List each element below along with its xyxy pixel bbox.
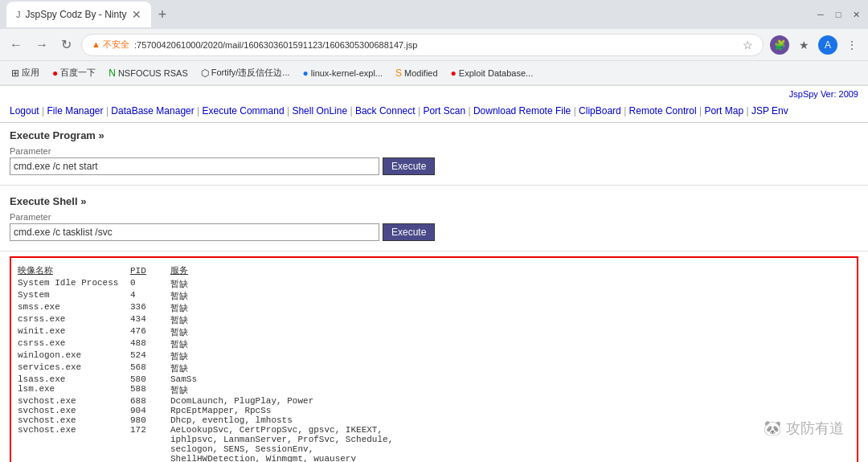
address-text: :7570042061000/2020/mail/160630360159112…	[134, 40, 738, 50]
table-row: smss.exe 336 暂缺	[18, 302, 850, 314]
github-icon: ⬡	[201, 67, 209, 79]
table-row: winlogon.exe 524 暂缺	[18, 350, 850, 362]
header-svc: 服务	[170, 264, 850, 278]
nav-download-remote[interactable]: Download Remote File	[473, 105, 571, 117]
cell-pid: 688	[130, 396, 170, 406]
table-row: svchost.exe 688 DcomLaunch, PlugPlay, Po…	[18, 396, 850, 406]
cell-svc: Dhcp, eventlog, lmhosts	[170, 415, 850, 425]
nav-port-scan[interactable]: Port Scan	[423, 105, 465, 117]
extensions-icon[interactable]: 🧩	[770, 35, 789, 55]
active-tab[interactable]: J JspSpy Codz By - Ninty ✕	[6, 2, 151, 27]
bookmark-exploit[interactable]: ● Exploit Database...	[446, 66, 538, 80]
page-nav-links: Logout | File Manager | DataBase Manager…	[0, 100, 868, 123]
cell-pid: 568	[130, 362, 170, 374]
execute-shell-param-label: Parameter	[10, 212, 858, 222]
nav-back-connect[interactable]: Back Connect	[355, 105, 416, 117]
menu-icon[interactable]: ⋮	[842, 35, 862, 55]
browser-chrome: J JspSpy Codz By - Ninty ✕ + ─ □ ✕ ← → ↻…	[0, 0, 868, 86]
cell-name: svchost.exe	[18, 396, 130, 406]
cell-name: System	[18, 290, 130, 302]
execute-program-input[interactable]	[10, 157, 379, 175]
tab-close-button[interactable]: ✕	[132, 8, 141, 21]
table-header-row: 映像名称 PID 服务	[18, 264, 850, 278]
nav-database-manager[interactable]: DataBase Manager	[111, 105, 194, 117]
cell-svc: 暂缺	[170, 350, 850, 362]
baidu-icon: ●	[52, 67, 58, 79]
exploit-icon: ●	[451, 67, 457, 79]
table-row: svchost.exe 172 AeLookupSvc, CertPropSvc…	[18, 425, 850, 462]
results-table: 映像名称 PID 服务 System Idle Process 0 暂缺 Sys…	[18, 264, 850, 462]
profile-icon[interactable]: A	[818, 35, 837, 55]
table-row: System 4 暂缺	[18, 290, 850, 302]
cell-svc: 暂缺	[170, 290, 850, 302]
cell-svc: 暂缺	[170, 314, 850, 326]
bookmark-modified[interactable]: S Modified	[391, 66, 443, 80]
address-bar[interactable]: ▲ 不安全 :7570042061000/2020/mail/160630360…	[81, 34, 764, 56]
table-row: csrss.exe 434 暂缺	[18, 314, 850, 326]
cell-name: svchost.exe	[18, 415, 130, 425]
cell-name: smss.exe	[18, 302, 130, 314]
execute-program-button[interactable]: Execute	[383, 157, 435, 175]
forward-button[interactable]: →	[32, 35, 51, 55]
close-button[interactable]: ✕	[850, 9, 862, 20]
nsfocus-icon: N	[108, 67, 116, 79]
cell-name: winit.exe	[18, 326, 130, 338]
bookmark-fortify-label: Fortify/违反信任边...	[211, 67, 290, 79]
cell-svc: 暂缺	[170, 326, 850, 338]
nav-logout[interactable]: Logout	[10, 105, 39, 117]
execute-program-param-label: Parameter	[10, 146, 858, 156]
execute-shell-input[interactable]	[10, 223, 379, 241]
watermark-text: 攻防有道	[786, 419, 844, 438]
window-controls: ─ □ ✕	[815, 9, 862, 20]
version-link[interactable]: JspSpy Ver: 2009	[789, 89, 858, 99]
nav-jsp-env[interactable]: JSP Env	[751, 105, 788, 117]
cell-svc: DcomLaunch, PlugPlay, Power	[170, 396, 850, 406]
bookmark-exploit-label: Exploit Database...	[459, 68, 533, 78]
cell-pid: 476	[130, 326, 170, 338]
version-link-area: JspSpy Ver: 2009	[0, 86, 868, 100]
tab-favicon: J	[16, 10, 21, 19]
execute-program-section: Execute Program » Parameter Execute	[0, 123, 868, 182]
cell-svc: 暂缺	[170, 384, 850, 396]
nav-shell-online[interactable]: Shell OnLine	[292, 105, 347, 117]
cell-name: System Idle Process	[18, 278, 130, 290]
execute-shell-section: Execute Shell » Parameter Execute	[0, 189, 868, 247]
cell-name: svchost.exe	[18, 406, 130, 415]
bookmark-icon[interactable]: ★	[794, 35, 813, 55]
table-row: services.exe 568 暂缺	[18, 362, 850, 374]
bookmark-apps-label: 应用	[22, 67, 39, 79]
tab-bar: J JspSpy Codz By - Ninty ✕ + ─ □ ✕	[0, 0, 868, 29]
back-button[interactable]: ←	[6, 35, 26, 55]
bookmark-nsfocus[interactable]: N NSFOCUS RSAS	[104, 66, 192, 80]
nav-bar: ← → ↻ ▲ 不安全 :7570042061000/2020/mail/160…	[0, 29, 868, 61]
cell-svc: RpcEptMapper, RpcSs	[170, 406, 850, 415]
new-tab-button[interactable]: +	[151, 3, 174, 26]
cell-name: csrss.exe	[18, 314, 130, 326]
bookmark-fortify[interactable]: ⬡ Fortify/违反信任边...	[196, 65, 295, 80]
nav-remote-control[interactable]: Remote Control	[629, 105, 697, 117]
bookmark-linux[interactable]: ● linux-kernel-expl...	[298, 66, 388, 80]
nav-file-manager[interactable]: File Manager	[47, 105, 104, 117]
nav-clipboard[interactable]: ClipBoard	[579, 105, 621, 117]
table-row: lsm.exe 588 暂缺	[18, 384, 850, 396]
cell-name: services.exe	[18, 362, 130, 374]
linux-icon: ●	[303, 67, 309, 79]
cell-svc: 暂缺	[170, 338, 850, 350]
star-icon[interactable]: ☆	[743, 39, 753, 51]
watermark: 🐼 攻防有道	[764, 419, 844, 438]
bookmark-apps[interactable]: ⊞ 应用	[6, 65, 44, 80]
cell-pid: 980	[130, 415, 170, 425]
bookmark-linux-label: linux-kernel-expl...	[311, 68, 383, 78]
minimize-button[interactable]: ─	[815, 9, 826, 20]
execute-shell-input-row: Execute	[10, 223, 858, 241]
cell-pid: 4	[130, 290, 170, 302]
nav-right-icons: 🧩 ★ A ⋮	[770, 35, 862, 55]
maximize-button[interactable]: □	[833, 9, 844, 20]
bookmark-baidu[interactable]: ● 百度一下	[47, 65, 100, 80]
cell-pid: 172	[130, 425, 170, 462]
execute-shell-button[interactable]: Execute	[383, 223, 435, 241]
cell-svc: 暂缺	[170, 362, 850, 374]
nav-port-map[interactable]: Port Map	[704, 105, 743, 117]
nav-execute-command[interactable]: Execute Command	[203, 105, 285, 117]
refresh-button[interactable]: ↻	[58, 34, 75, 55]
